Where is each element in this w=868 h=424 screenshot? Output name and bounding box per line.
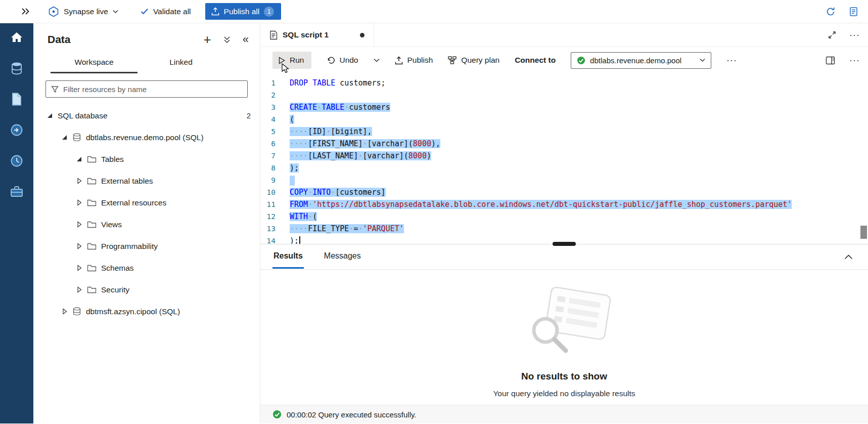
publish-button[interactable]: Publish bbox=[395, 56, 433, 65]
unsaved-indicator bbox=[360, 33, 364, 37]
code-line[interactable]: 4( bbox=[260, 113, 868, 125]
scrollbar-thumb[interactable] bbox=[860, 226, 867, 239]
filter-resources-input[interactable] bbox=[63, 85, 242, 94]
code-line[interactable]: 2 bbox=[260, 89, 868, 101]
undo-dropdown-icon[interactable] bbox=[374, 58, 380, 62]
code-line[interactable]: 5····[ID]·[bigint], bbox=[260, 125, 868, 138]
code-line[interactable]: 6····[FIRST_NAME]·[varchar](8000), bbox=[260, 138, 868, 150]
toolbar-overflow-icon[interactable]: ··· bbox=[726, 58, 737, 63]
publish-all-button[interactable]: Publish all 1 bbox=[205, 3, 282, 20]
query-plan-button[interactable]: Query plan bbox=[448, 56, 499, 65]
collapse-results-icon[interactable] bbox=[844, 255, 853, 260]
collapsed-twisty-icon[interactable] bbox=[61, 308, 68, 315]
collapsed-twisty-icon[interactable] bbox=[76, 265, 82, 271]
collapsed-twisty-icon[interactable] bbox=[76, 178, 82, 184]
tree-item[interactable]: dbtmsft.azsyn.cipool (SQL) bbox=[33, 301, 260, 322]
query-status-bar: 00:00:02 Query executed successfully. bbox=[260, 405, 868, 423]
selection-highlight bbox=[290, 176, 295, 186]
collapsed-twisty-icon[interactable] bbox=[76, 286, 82, 293]
workspace-branch-switcher[interactable]: Synapse live bbox=[48, 6, 118, 17]
code-line[interactable]: 1DROP TABLE customers; bbox=[260, 77, 868, 89]
code-line[interactable]: 11FROM·'https://dbtlabsynapsedatalake.bl… bbox=[260, 198, 868, 210]
code-line[interactable]: 7····[LAST_NAME]·[varchar](8000) bbox=[260, 150, 868, 162]
manage-hub-icon[interactable] bbox=[10, 185, 24, 199]
collapsed-twisty-icon[interactable] bbox=[76, 199, 82, 206]
sidebar-tabs: Workspace Linked bbox=[33, 51, 260, 73]
code-line[interactable]: 12WITH·( bbox=[260, 210, 868, 223]
empty-results-title: No results to show bbox=[521, 371, 607, 382]
tree-item-label: dbtlabs.revenue.demo.pool (SQL) bbox=[86, 133, 204, 142]
line-number: 2 bbox=[260, 89, 290, 101]
folder-icon bbox=[87, 242, 97, 250]
develop-hub-icon[interactable] bbox=[10, 92, 24, 106]
selection-highlight: ····[LAST_NAME]·[varchar](8000) bbox=[290, 151, 431, 160]
code-text: ····[LAST_NAME]·[varchar](8000) bbox=[290, 150, 431, 162]
expanded-twisty-icon[interactable] bbox=[76, 156, 82, 162]
tab-linked[interactable]: Linked bbox=[138, 54, 224, 73]
validate-all-label: Validate all bbox=[153, 7, 191, 16]
publish-label: Publish bbox=[407, 56, 433, 65]
code-line[interactable]: 10COPY·INTO·[customers] bbox=[260, 186, 868, 198]
expanded-twisty-icon[interactable] bbox=[47, 113, 53, 118]
panel-title: Data bbox=[48, 33, 71, 46]
tree-item[interactable]: Programmability bbox=[33, 235, 260, 257]
expand-menu-icon[interactable] bbox=[21, 8, 30, 15]
selection-highlight: COPY·INTO·[customers] bbox=[290, 188, 386, 197]
gallery-icon[interactable] bbox=[849, 7, 859, 17]
code-line[interactable]: 3CREATE·TABLE·customers bbox=[260, 101, 868, 113]
tree-item-label: Programmability bbox=[101, 242, 158, 251]
tab-workspace[interactable]: Workspace bbox=[51, 54, 138, 73]
code-line[interactable]: 8); bbox=[260, 162, 868, 174]
connect-to-dropdown[interactable]: dbtlabs.revenue.demo.pool bbox=[571, 52, 711, 69]
panel-more-icon[interactable]: ··· bbox=[849, 58, 860, 63]
code-line[interactable]: 9 bbox=[260, 174, 868, 186]
code-text bbox=[290, 174, 295, 186]
query-status-text: 00:00:02 Query executed successfully. bbox=[287, 410, 417, 419]
code-text: WITH·( bbox=[290, 210, 317, 223]
selection-highlight: ····[FIRST_NAME]·[varchar](8000), bbox=[290, 139, 440, 148]
home-icon[interactable] bbox=[10, 30, 24, 45]
tree-item[interactable]: SQL database2 bbox=[33, 105, 260, 126]
add-resource-icon[interactable]: + bbox=[204, 34, 211, 45]
collapsed-twisty-icon[interactable] bbox=[76, 221, 82, 228]
tree-item[interactable]: External resources bbox=[33, 192, 260, 214]
properties-icon[interactable] bbox=[826, 56, 835, 65]
undo-button[interactable]: Undo bbox=[327, 56, 358, 65]
run-button[interactable]: Run bbox=[272, 52, 311, 69]
sql-code-editor[interactable]: 1DROP TABLE customers;23CREATE·TABLE·cus… bbox=[260, 73, 868, 244]
tab-sql-script-1[interactable]: SQL script 1 bbox=[260, 23, 374, 47]
tab-results[interactable]: Results bbox=[272, 245, 304, 269]
tab-more-icon[interactable]: ··· bbox=[849, 32, 860, 37]
tree-item[interactable]: dbtlabs.revenue.demo.pool (SQL) bbox=[33, 126, 260, 148]
top-command-bar: Synapse live Validate all bbox=[0, 0, 868, 23]
undo-label: Undo bbox=[339, 56, 358, 65]
tree-item[interactable]: External tables bbox=[33, 170, 260, 192]
refresh-icon[interactable] bbox=[826, 7, 836, 17]
monitor-hub-icon[interactable] bbox=[10, 154, 24, 168]
tab-messages[interactable]: Messages bbox=[323, 245, 362, 269]
data-explorer-panel: Data + « Workspace Linked bbox=[33, 23, 260, 423]
tree-item[interactable]: Views bbox=[33, 214, 260, 235]
results-panel: Results Messages bbox=[260, 244, 868, 423]
tree-item[interactable]: Schemas bbox=[33, 257, 260, 279]
results-empty-state: No results to show Your query yielded no… bbox=[260, 270, 868, 405]
folder-icon bbox=[87, 177, 97, 185]
resize-handle[interactable] bbox=[553, 242, 576, 246]
no-results-illustration bbox=[516, 287, 612, 357]
code-text: ); bbox=[290, 162, 299, 174]
line-number: 10 bbox=[260, 186, 290, 198]
tree-item[interactable]: Security bbox=[33, 279, 260, 301]
integrate-hub-icon[interactable] bbox=[10, 123, 24, 137]
data-hub-icon[interactable] bbox=[10, 61, 24, 75]
collapse-all-icon[interactable] bbox=[223, 36, 231, 44]
code-line[interactable]: 13····FILE_TYPE·=·'PARQUET' bbox=[260, 223, 868, 235]
expanded-twisty-icon[interactable] bbox=[61, 135, 68, 140]
validate-all-button[interactable]: Validate all bbox=[141, 7, 191, 16]
line-number: 11 bbox=[260, 198, 290, 210]
collapse-panel-icon[interactable]: « bbox=[243, 34, 249, 45]
query-plan-icon bbox=[448, 56, 456, 64]
tree-item[interactable]: Tables bbox=[33, 148, 260, 170]
collapsed-twisty-icon[interactable] bbox=[76, 243, 82, 249]
line-number: 4 bbox=[260, 113, 290, 125]
expand-editor-icon[interactable] bbox=[828, 31, 836, 39]
